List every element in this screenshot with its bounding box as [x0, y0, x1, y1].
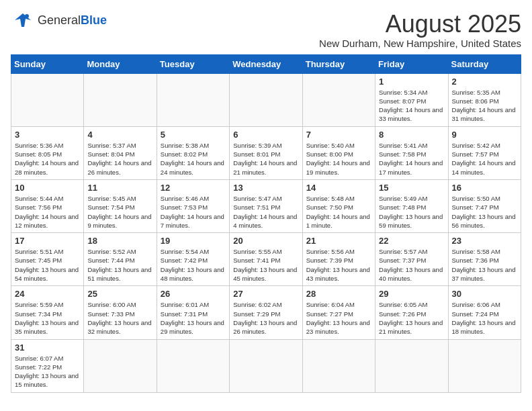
day-number: 20: [233, 236, 298, 246]
day-info: Sunrise: 5:47 AM Sunset: 7:51 PM Dayligh…: [233, 194, 298, 230]
day-number: 26: [161, 289, 226, 299]
calendar-cell: 6Sunrise: 5:39 AM Sunset: 8:01 PM Daylig…: [230, 126, 302, 179]
month-title: August 2025: [319, 11, 521, 38]
calendar-cell: 9Sunrise: 5:42 AM Sunset: 7:57 PM Daylig…: [448, 126, 521, 179]
day-info: Sunrise: 5:40 AM Sunset: 8:00 PM Dayligh…: [306, 141, 371, 177]
calendar-cell: 13Sunrise: 5:47 AM Sunset: 7:51 PM Dayli…: [230, 179, 302, 232]
day-info: Sunrise: 6:05 AM Sunset: 7:26 PM Dayligh…: [379, 300, 444, 336]
calendar-cell: 21Sunrise: 5:56 AM Sunset: 7:39 PM Dayli…: [302, 233, 375, 286]
calendar-cell: [302, 73, 375, 126]
logo: GeneralBlue: [11, 11, 107, 30]
day-number: 28: [306, 289, 371, 299]
calendar-cell: [84, 339, 157, 392]
day-number: 17: [15, 236, 80, 246]
calendar-cell: [230, 73, 302, 126]
day-info: Sunrise: 5:52 AM Sunset: 7:44 PM Dayligh…: [87, 247, 152, 283]
day-number: 15: [379, 183, 444, 193]
calendar-cell: 20Sunrise: 5:55 AM Sunset: 7:41 PM Dayli…: [230, 233, 302, 286]
calendar-cell: [230, 339, 302, 392]
day-number: 6: [233, 130, 298, 140]
calendar-cell: 22Sunrise: 5:57 AM Sunset: 7:37 PM Dayli…: [375, 233, 448, 286]
calendar-cell: [375, 339, 448, 392]
day-number: 12: [161, 183, 226, 193]
calendar-cell: 19Sunrise: 5:54 AM Sunset: 7:42 PM Dayli…: [157, 233, 229, 286]
calendar-cell: 30Sunrise: 6:06 AM Sunset: 7:24 PM Dayli…: [448, 286, 521, 339]
weekday-header-tuesday: Tuesday: [157, 54, 229, 73]
day-info: Sunrise: 5:35 AM Sunset: 8:06 PM Dayligh…: [452, 88, 517, 124]
day-number: 5: [161, 130, 226, 140]
day-number: 9: [452, 130, 517, 140]
calendar-week-row: 10Sunrise: 5:44 AM Sunset: 7:56 PM Dayli…: [11, 179, 521, 232]
day-number: 31: [15, 342, 80, 353]
day-info: Sunrise: 5:50 AM Sunset: 7:47 PM Dayligh…: [452, 194, 517, 230]
day-info: Sunrise: 5:42 AM Sunset: 7:57 PM Dayligh…: [452, 141, 517, 177]
calendar-cell: 15Sunrise: 5:49 AM Sunset: 7:48 PM Dayli…: [375, 179, 448, 232]
day-number: 16: [452, 183, 517, 193]
calendar-cell: 1Sunrise: 5:34 AM Sunset: 8:07 PM Daylig…: [375, 73, 448, 126]
day-number: 27: [233, 289, 298, 299]
day-info: Sunrise: 5:56 AM Sunset: 7:39 PM Dayligh…: [306, 247, 371, 283]
day-number: 4: [87, 130, 152, 140]
day-number: 23: [452, 236, 517, 246]
logo-bird-icon: [11, 11, 35, 30]
calendar-cell: 17Sunrise: 5:51 AM Sunset: 7:45 PM Dayli…: [11, 233, 84, 286]
day-info: Sunrise: 6:01 AM Sunset: 7:31 PM Dayligh…: [161, 300, 226, 336]
day-info: Sunrise: 6:07 AM Sunset: 7:22 PM Dayligh…: [15, 354, 80, 390]
calendar-cell: 7Sunrise: 5:40 AM Sunset: 8:00 PM Daylig…: [302, 126, 375, 179]
calendar-table: SundayMondayTuesdayWednesdayThursdayFrid…: [11, 54, 521, 393]
day-info: Sunrise: 5:57 AM Sunset: 7:37 PM Dayligh…: [379, 247, 444, 283]
page-header: GeneralBlue August 2025 New Durham, New …: [11, 11, 521, 49]
calendar-cell: [157, 339, 229, 392]
day-number: 25: [87, 289, 152, 299]
weekday-header-monday: Monday: [84, 54, 157, 73]
calendar-cell: 11Sunrise: 5:45 AM Sunset: 7:54 PM Dayli…: [84, 179, 157, 232]
day-number: 29: [379, 289, 444, 299]
day-info: Sunrise: 6:06 AM Sunset: 7:24 PM Dayligh…: [452, 300, 517, 336]
calendar-cell: 5Sunrise: 5:38 AM Sunset: 8:02 PM Daylig…: [157, 126, 229, 179]
calendar-week-row: 24Sunrise: 5:59 AM Sunset: 7:34 PM Dayli…: [11, 286, 521, 339]
day-number: 10: [15, 183, 80, 193]
calendar-cell: 14Sunrise: 5:48 AM Sunset: 7:50 PM Dayli…: [302, 179, 375, 232]
weekday-header-saturday: Saturday: [448, 54, 521, 73]
calendar-week-row: 1Sunrise: 5:34 AM Sunset: 8:07 PM Daylig…: [11, 73, 521, 126]
calendar-header-row: SundayMondayTuesdayWednesdayThursdayFrid…: [11, 54, 521, 73]
day-info: Sunrise: 5:44 AM Sunset: 7:56 PM Dayligh…: [15, 194, 80, 230]
day-info: Sunrise: 6:02 AM Sunset: 7:29 PM Dayligh…: [233, 300, 298, 336]
weekday-header-wednesday: Wednesday: [230, 54, 302, 73]
calendar-cell: 12Sunrise: 5:46 AM Sunset: 7:53 PM Dayli…: [157, 179, 229, 232]
logo-text: GeneralBlue: [38, 13, 107, 28]
day-info: Sunrise: 5:36 AM Sunset: 8:05 PM Dayligh…: [15, 141, 80, 177]
calendar-cell: 4Sunrise: 5:37 AM Sunset: 8:04 PM Daylig…: [84, 126, 157, 179]
day-number: 24: [15, 289, 80, 299]
calendar-title-area: August 2025 New Durham, New Hampshire, U…: [319, 11, 521, 49]
calendar-cell: [302, 339, 375, 392]
day-number: 14: [306, 183, 371, 193]
weekday-header-thursday: Thursday: [302, 54, 375, 73]
day-info: Sunrise: 6:04 AM Sunset: 7:27 PM Dayligh…: [306, 300, 371, 336]
day-number: 3: [15, 130, 80, 140]
day-number: 21: [306, 236, 371, 246]
location-title: New Durham, New Hampshire, United States: [319, 38, 521, 49]
calendar-cell: 10Sunrise: 5:44 AM Sunset: 7:56 PM Dayli…: [11, 179, 84, 232]
day-number: 7: [306, 130, 371, 140]
day-number: 19: [161, 236, 226, 246]
day-info: Sunrise: 5:38 AM Sunset: 8:02 PM Dayligh…: [161, 141, 226, 177]
day-info: Sunrise: 5:48 AM Sunset: 7:50 PM Dayligh…: [306, 194, 371, 230]
calendar-week-row: 31Sunrise: 6:07 AM Sunset: 7:22 PM Dayli…: [11, 339, 521, 392]
calendar-cell: [11, 73, 84, 126]
day-info: Sunrise: 5:49 AM Sunset: 7:48 PM Dayligh…: [379, 194, 444, 230]
day-number: 11: [87, 183, 152, 193]
day-number: 1: [379, 77, 444, 87]
calendar-cell: 8Sunrise: 5:41 AM Sunset: 7:58 PM Daylig…: [375, 126, 448, 179]
day-number: 13: [233, 183, 298, 193]
calendar-cell: 3Sunrise: 5:36 AM Sunset: 8:05 PM Daylig…: [11, 126, 84, 179]
calendar-cell: 28Sunrise: 6:04 AM Sunset: 7:27 PM Dayli…: [302, 286, 375, 339]
day-info: Sunrise: 5:41 AM Sunset: 7:58 PM Dayligh…: [379, 141, 444, 177]
day-number: 30: [452, 289, 517, 299]
calendar-week-row: 17Sunrise: 5:51 AM Sunset: 7:45 PM Dayli…: [11, 233, 521, 286]
day-info: Sunrise: 5:34 AM Sunset: 8:07 PM Dayligh…: [379, 88, 444, 124]
calendar-week-row: 3Sunrise: 5:36 AM Sunset: 8:05 PM Daylig…: [11, 126, 521, 179]
day-info: Sunrise: 6:00 AM Sunset: 7:33 PM Dayligh…: [87, 300, 152, 336]
calendar-cell: [448, 339, 521, 392]
weekday-header-friday: Friday: [375, 54, 448, 73]
